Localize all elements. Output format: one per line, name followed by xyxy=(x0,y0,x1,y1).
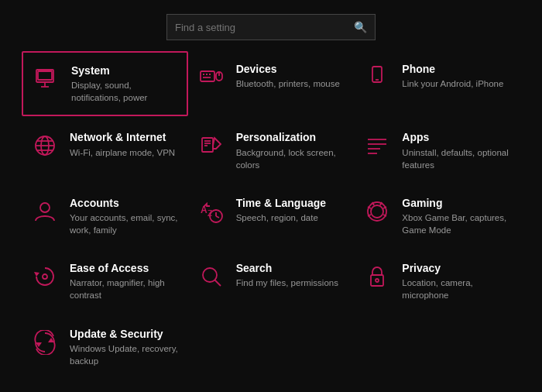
search-item[interactable]: Search Find my files, permissions xyxy=(188,250,355,312)
apps-icon xyxy=(363,132,391,160)
network-icon xyxy=(31,132,59,160)
devices-item[interactable]: Devices Bluetooth, printers, mouse xyxy=(188,51,355,116)
privacy-text: Privacy Location, camera, microphone xyxy=(402,261,511,301)
svg-rect-3 xyxy=(38,71,52,80)
time-title: Time & Language xyxy=(236,196,326,210)
settings-grid: System Display, sound, notifications, po… xyxy=(0,51,542,378)
network-title: Network & Internet xyxy=(70,130,175,144)
svg-line-42 xyxy=(214,280,221,286)
update-subtitle: Windows Update, recovery, backup xyxy=(70,342,179,367)
devices-title: Devices xyxy=(236,62,340,76)
update-text: Update & Security Windows Update, recove… xyxy=(70,327,179,367)
phone-icon xyxy=(363,64,391,91)
svg-point-44 xyxy=(376,279,379,282)
privacy-title: Privacy xyxy=(402,261,511,275)
devices-subtitle: Bluetooth, printers, mouse xyxy=(236,77,340,90)
accounts-text: Accounts Your accounts, email, sync, wor… xyxy=(70,196,179,236)
system-title: System xyxy=(71,64,177,77)
svg-point-40 xyxy=(43,274,47,279)
ease-icon xyxy=(31,263,59,291)
devices-text: Devices Bluetooth, printers, mouse xyxy=(236,62,340,90)
phone-title: Phone xyxy=(402,62,503,76)
ease-item[interactable]: Ease of Access Narrator, magnifier, high… xyxy=(22,250,188,312)
gaming-item[interactable]: Gaming Xbox Game Bar, captures, Game Mod… xyxy=(354,185,520,247)
personalization-title: Personalization xyxy=(236,130,345,144)
gaming-text: Gaming Xbox Game Bar, captures, Game Mod… xyxy=(402,196,511,236)
gaming-icon xyxy=(363,198,391,225)
personalization-subtitle: Background, lock screen, colors xyxy=(236,146,345,171)
personalization-item[interactable]: Personalization Background, lock screen,… xyxy=(188,119,355,181)
time-text: Time & Language Speech, region, date xyxy=(236,196,326,224)
privacy-item[interactable]: Privacy Location, camera, microphone xyxy=(354,250,520,312)
search-input[interactable] xyxy=(175,22,354,33)
privacy-subtitle: Location, camera, microphone xyxy=(402,277,511,301)
system-subtitle: Display, sound, notifications, power xyxy=(71,79,177,104)
personalization-icon xyxy=(197,132,225,160)
devices-icon xyxy=(197,64,225,91)
gaming-title: Gaming xyxy=(402,196,511,210)
search-bar: 🔍 xyxy=(0,0,542,51)
svg-line-31 xyxy=(216,216,219,218)
system-text: System Display, sound, notifications, po… xyxy=(71,64,177,104)
accounts-subtitle: Your accounts, email, sync, work, family xyxy=(70,211,179,236)
search-container[interactable]: 🔍 xyxy=(166,14,376,40)
ease-title: Ease of Access xyxy=(70,261,179,275)
search-settings-text: Search Find my files, permissions xyxy=(236,261,338,289)
ease-text: Ease of Access Narrator, magnifier, high… xyxy=(70,261,179,301)
search-settings-title: Search xyxy=(236,261,338,275)
svg-rect-18 xyxy=(202,138,213,152)
svg-point-33 xyxy=(371,205,383,218)
accounts-item[interactable]: Accounts Your accounts, email, sync, wor… xyxy=(22,185,188,247)
update-title: Update & Security xyxy=(70,327,179,341)
phone-item[interactable]: Phone Link your Android, iPhone xyxy=(354,51,520,116)
update-item[interactable]: Update & Security Windows Update, recove… xyxy=(22,316,188,378)
apps-text: Apps Uninstall, defaults, optional featu… xyxy=(402,130,511,170)
network-text: Network & Internet Wi-Fi, airplane mode,… xyxy=(70,130,175,158)
ease-subtitle: Narrator, magnifier, high contrast xyxy=(70,277,179,301)
update-icon xyxy=(31,328,59,356)
system-item[interactable]: System Display, sound, notifications, po… xyxy=(22,51,188,116)
accounts-icon xyxy=(31,198,59,225)
privacy-icon xyxy=(363,263,391,291)
time-item[interactable]: A Z Time & Language Speech, region, date xyxy=(188,185,355,247)
time-subtitle: Speech, region, date xyxy=(236,211,326,224)
time-icon: A Z xyxy=(197,198,225,225)
gaming-subtitle: Xbox Game Bar, captures, Game Mode xyxy=(402,211,511,236)
svg-rect-4 xyxy=(201,71,214,81)
phone-text: Phone Link your Android, iPhone xyxy=(402,62,503,90)
apps-title: Apps xyxy=(402,130,511,144)
network-item[interactable]: Network & Internet Wi-Fi, airplane mode,… xyxy=(22,119,188,181)
accounts-title: Accounts xyxy=(70,196,179,210)
svg-rect-43 xyxy=(371,275,383,286)
phone-subtitle: Link your Android, iPhone xyxy=(402,77,503,90)
network-subtitle: Wi-Fi, airplane mode, VPN xyxy=(70,146,175,159)
svg-point-26 xyxy=(40,203,50,212)
system-icon xyxy=(33,65,60,93)
search-settings-subtitle: Find my files, permissions xyxy=(236,277,338,289)
apps-item[interactable]: Apps Uninstall, defaults, optional featu… xyxy=(354,119,520,181)
apps-subtitle: Uninstall, defaults, optional features xyxy=(402,146,511,171)
search-icon: 🔍 xyxy=(354,21,367,33)
search-settings-icon xyxy=(197,263,225,291)
personalization-text: Personalization Background, lock screen,… xyxy=(236,130,345,170)
